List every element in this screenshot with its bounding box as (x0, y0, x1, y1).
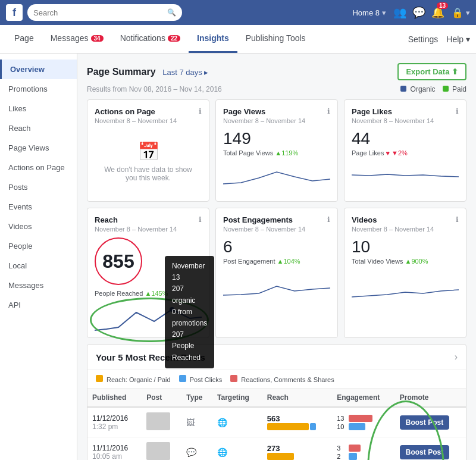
posts-chevron-right[interactable]: › (455, 352, 458, 362)
nav-publishing-tools[interactable]: Publishing Tools (237, 25, 314, 53)
sidebar-item-local[interactable]: Local (0, 256, 77, 276)
legend-reach: Reach: Organic / Paid (96, 375, 171, 383)
nav-help[interactable]: Help ▾ (446, 35, 470, 44)
col-promote: Promote (395, 389, 466, 407)
row1-date: 11/12/2016 1:32 pm (87, 407, 142, 437)
sidebar-item-messages[interactable]: Messages (0, 276, 77, 295)
row2-engage-bar-c (349, 453, 357, 460)
sidebar-item-events[interactable]: Events (0, 197, 77, 217)
row2-date-value: 11/11/2016 (92, 444, 137, 452)
messages-icon[interactable]: 💬 (412, 6, 425, 19)
top-bar: f 🔍 Home 8 ▾ 👥 💬 🔔 13 🔒 ▾ (0, 0, 476, 25)
page-views-value: 149 (223, 129, 330, 148)
engagements-title: Post Engagements (223, 215, 330, 224)
legend-organic-dot (400, 86, 406, 92)
nav-settings[interactable]: Settings (408, 35, 439, 44)
page-likes-title: Page Likes (352, 107, 459, 116)
reach-info-icon[interactable]: ℹ (199, 215, 202, 224)
home-nav[interactable]: Home 8 ▾ (352, 8, 386, 17)
no-data-text: We don't have data to show you this week… (101, 165, 196, 182)
sidebar-item-overview[interactable]: Overview (0, 60, 77, 79)
engagements-change: ▲104% (277, 258, 300, 265)
date-range-label[interactable]: Last 7 days ▸ (162, 68, 208, 77)
row2-reach-value: 273 (267, 444, 328, 453)
page-summary-title-group: Page Summary Last 7 days ▸ (87, 67, 208, 77)
reach-tooltip: November 13 207 organic 0 from promotion… (165, 256, 214, 368)
sidebar-item-posts[interactable]: Posts (0, 177, 77, 197)
page-views-info-icon[interactable]: ℹ (327, 107, 330, 115)
engagements-chart (223, 268, 330, 298)
reach-value-circled: 855 (95, 237, 142, 285)
videos-subtitle-text: Total Video Views (352, 258, 403, 265)
engagements-info-icon[interactable]: ℹ (327, 215, 330, 224)
sidebar-item-videos[interactable]: Videos (0, 217, 77, 236)
page-views-change: ▲119% (275, 149, 298, 157)
fb-logo: f (6, 4, 23, 21)
row2-eng-c: 2 (337, 453, 346, 460)
messages-badge: 34 (91, 35, 104, 42)
posts-table-wrapper: Published Post Type Targeting Reach Enga… (87, 389, 466, 460)
sidebar-item-people[interactable]: People (0, 236, 77, 256)
search-bar[interactable]: 🔍 (27, 4, 182, 21)
row1-date-value: 11/12/2016 (92, 414, 137, 423)
legend-group: Organic Paid (400, 85, 466, 93)
row2-date: 11/11/2016 10:05 am (87, 437, 142, 461)
actions-info-icon[interactable]: ℹ (199, 107, 202, 115)
sidebar-item-likes[interactable]: Likes (0, 99, 77, 118)
row2-reach-bars (267, 453, 328, 460)
sidebar-item-reach[interactable]: Reach (0, 118, 77, 138)
row1-paid-bar (310, 423, 316, 430)
videos-info-icon[interactable]: ℹ (456, 215, 459, 224)
reach-card: ℹ Reach November 8 – November 14 855 Peo… (87, 208, 209, 338)
row1-targeting: 🌐 (212, 407, 262, 437)
engagements-value: 6 (223, 237, 330, 256)
row2-engage-bar-r (349, 445, 361, 452)
row1-eng-c: 10 (337, 423, 346, 430)
nav-page[interactable]: Page (6, 25, 42, 53)
row1-engagement: 13 10 (332, 407, 395, 437)
nav-notifications[interactable]: Notifications 22 (112, 25, 189, 53)
sidebar-item-actions-on-page[interactable]: Actions on Page (0, 158, 77, 177)
posts-section: Your 5 Most Recent Posts › Reach: Organi… (87, 344, 466, 460)
sidebar-item-promotions[interactable]: Promotions (0, 79, 77, 99)
sidebar-item-api[interactable]: API (0, 295, 77, 315)
col-targeting: Targeting (212, 389, 262, 407)
videos-value: 10 (352, 237, 459, 256)
sidebar-item-page-views[interactable]: Page Views (0, 138, 77, 158)
notifications-nav-badge: 22 (168, 35, 180, 42)
nav-icon-group: 👥 💬 🔔 13 (393, 6, 444, 19)
metrics-row-2: ℹ Reach November 8 – November 14 855 Peo… (87, 208, 466, 338)
legend-organic: Organic (400, 85, 435, 93)
profile-area[interactable]: 🔒 ▾ (452, 7, 470, 18)
nav-publishing-tools-label: Publishing Tools (246, 33, 306, 43)
calendar-icon: 📅 (101, 141, 196, 162)
reach-subtitle-text: People Reached (95, 290, 143, 297)
col-reach: Reach (262, 389, 333, 407)
row2-boost-button[interactable]: Boost Post (400, 445, 449, 459)
legend-reach-dot (96, 375, 103, 382)
notifications-icon[interactable]: 🔔 13 (431, 6, 444, 19)
col-post: Post (142, 389, 181, 407)
friends-icon[interactable]: 👥 (393, 6, 406, 19)
export-data-button[interactable]: Export Data ⬆ (397, 63, 466, 80)
page-views-card: ℹ Page Views November 8 – November 14 14… (215, 99, 338, 202)
reach-date: November 8 – November 14 (95, 226, 202, 233)
engagements-date: November 8 – November 14 (223, 226, 330, 233)
page-likes-info-icon[interactable]: ℹ (456, 107, 459, 115)
nav-messages-label: Messages (51, 33, 89, 43)
main-layout: Overview Promotions Likes Reach Page Vie… (0, 54, 476, 460)
row2-globe-icon: 🌐 (217, 448, 227, 457)
videos-card: ℹ Videos November 8 – November 14 10 Tot… (344, 208, 466, 338)
search-input[interactable] (33, 8, 164, 17)
page-views-title: Page Views (223, 107, 330, 116)
nav-messages[interactable]: Messages 34 (42, 25, 112, 53)
row2-time-value: 10:05 am (92, 452, 137, 461)
actions-title: Actions on Page (95, 107, 202, 116)
row1-reach-value: 563 (267, 414, 328, 423)
nav-insights[interactable]: Insights (189, 25, 237, 53)
page-likes-card: ℹ Page Likes November 8 – November 14 44… (344, 99, 466, 202)
row2-reach: 273 (262, 437, 333, 461)
videos-title: Videos (352, 215, 459, 224)
videos-chart (352, 268, 459, 298)
row1-boost-button[interactable]: Boost Post (400, 415, 449, 430)
